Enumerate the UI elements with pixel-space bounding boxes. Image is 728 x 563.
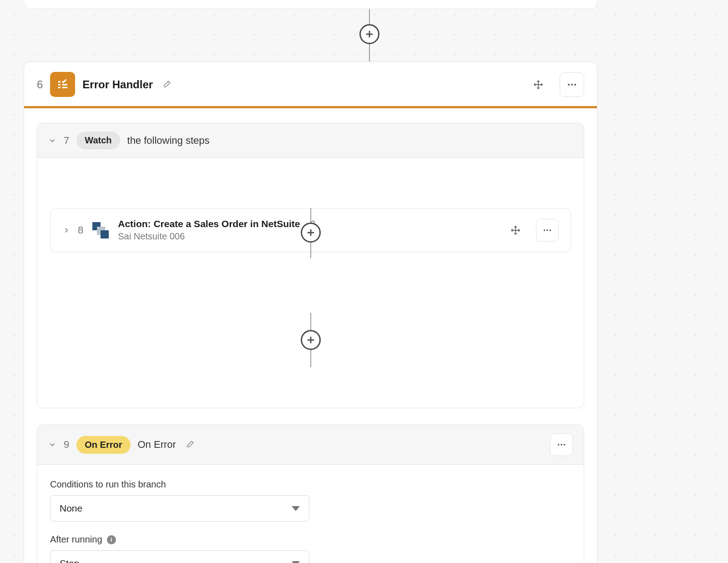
- svg-point-2: [568, 84, 570, 86]
- conditions-label: Conditions to run this branch: [50, 479, 571, 490]
- after-running-select[interactable]: Stop: [50, 550, 309, 563]
- watch-block: 7 Watch the following steps 8: [37, 123, 584, 408]
- on-error-block: 9 On Error On Error Conditions to run th…: [37, 425, 584, 563]
- plus-icon: [306, 335, 316, 345]
- svg-point-8: [544, 229, 546, 231]
- watch-text: the following steps: [127, 135, 210, 147]
- action-subtitle: Sai Netsuite 006: [118, 231, 315, 242]
- svg-point-4: [574, 84, 576, 86]
- chevron-down-icon[interactable]: [48, 441, 56, 449]
- accent-divider: [24, 106, 597, 108]
- conditions-value: None: [60, 503, 82, 514]
- more-options-button[interactable]: [550, 433, 573, 456]
- after-running-label: After running: [50, 534, 102, 545]
- svg-point-12: [561, 444, 562, 446]
- edit-icon[interactable]: [185, 440, 194, 449]
- netsuite-icon: [91, 220, 111, 240]
- on-error-label: On Error: [138, 439, 176, 451]
- watch-pill: Watch: [76, 132, 120, 149]
- move-icon[interactable]: [511, 225, 521, 235]
- svg-point-3: [571, 84, 573, 86]
- flow-canvas: 6 Error Handler 7 Wat: [0, 0, 728, 563]
- caret-down-icon: [292, 561, 300, 563]
- more-options-button[interactable]: [536, 219, 559, 242]
- move-icon[interactable]: [533, 80, 543, 90]
- step-number: 8: [78, 224, 83, 236]
- add-step-button[interactable]: [359, 24, 379, 44]
- error-handler-icon: [50, 72, 75, 97]
- step-error-handler: 6 Error Handler 7 Wat: [24, 61, 597, 563]
- edit-icon[interactable]: [162, 80, 171, 89]
- info-icon[interactable]: i: [107, 535, 116, 544]
- conditions-select[interactable]: None: [50, 495, 309, 522]
- previous-step-card: [24, 0, 597, 9]
- step-header: 6 Error Handler: [24, 62, 597, 106]
- watch-header: 7 Watch the following steps: [37, 123, 584, 158]
- add-step-button[interactable]: [301, 330, 321, 350]
- on-error-body: Conditions to run this branch None After…: [37, 465, 584, 563]
- step-title: Error Handler: [82, 78, 153, 91]
- on-error-header: 9 On Error On Error: [37, 425, 584, 465]
- svg-point-11: [558, 444, 560, 446]
- svg-point-10: [550, 229, 551, 231]
- svg-rect-7: [101, 230, 109, 238]
- dots-icon: [542, 225, 552, 235]
- step-number: 7: [64, 135, 69, 147]
- plus-icon: [306, 228, 316, 238]
- svg-point-13: [564, 444, 566, 446]
- caret-down-icon: [292, 506, 300, 511]
- chevron-down-icon[interactable]: [48, 137, 56, 145]
- watch-body: 8 Action: Create a Sales Order in NetSui…: [37, 208, 584, 408]
- chevron-right-icon[interactable]: [62, 226, 71, 234]
- dots-icon: [556, 440, 566, 450]
- svg-point-9: [546, 229, 548, 231]
- plus-icon: [364, 29, 374, 39]
- action-title: Action: Create a Sales Order in NetSuite: [118, 218, 300, 229]
- after-running-value: Stop: [60, 558, 79, 563]
- dots-icon: [566, 79, 577, 90]
- step-number: 9: [64, 439, 69, 451]
- more-options-button[interactable]: [560, 72, 584, 97]
- on-error-pill: On Error: [76, 436, 130, 454]
- add-step-button[interactable]: [301, 223, 321, 243]
- step-number: 6: [37, 78, 43, 91]
